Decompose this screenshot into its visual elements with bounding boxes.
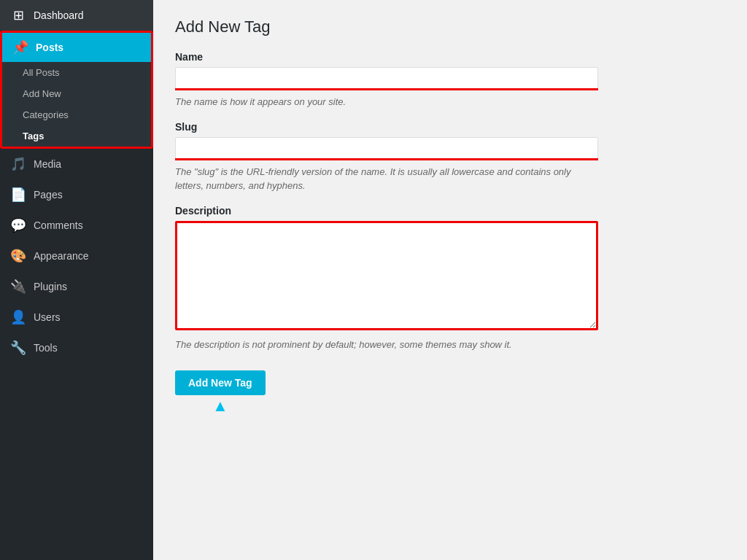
add-tag-form: Name The name is how it appears on your … — [175, 51, 598, 395]
sidebar-item-tags[interactable]: Tags ⬅ — [2, 125, 151, 147]
sidebar-item-plugins[interactable]: 🔌 Plugins — [0, 271, 153, 302]
sidebar-item-all-posts[interactable]: All Posts — [2, 62, 151, 83]
sidebar-posts-label: Posts — [36, 42, 63, 53]
sidebar-item-appearance[interactable]: 🎨 Appearance — [0, 241, 153, 271]
tags-label: Tags — [23, 131, 44, 141]
media-icon: 🎵 — [10, 156, 26, 172]
slug-input[interactable] — [175, 137, 598, 158]
sidebar-item-dashboard[interactable]: ⊞ Dashboard — [0, 0, 153, 31]
name-red-underline — [175, 88, 598, 90]
add-new-label: Add New — [23, 88, 61, 99]
comments-icon: 💬 — [10, 217, 26, 233]
sidebar-appearance-label: Appearance — [34, 250, 89, 262]
description-desc: The description is not prominent by defa… — [175, 338, 598, 352]
slug-input-wrapper — [175, 137, 598, 160]
page-title: Add New Tag — [175, 18, 725, 36]
sidebar-users-label: Users — [34, 311, 61, 323]
slug-red-underline — [175, 158, 598, 160]
sidebar-item-add-new[interactable]: Add New — [2, 83, 151, 104]
sidebar-item-pages[interactable]: 📄 Pages — [0, 179, 153, 210]
description-label: Description — [175, 205, 598, 217]
sidebar-plugins-label: Plugins — [34, 281, 67, 292]
sidebar-dashboard-label: Dashboard — [34, 9, 84, 21]
main-content: Add New Tag Name The name is how it appe… — [153, 0, 747, 560]
sidebar-item-tools[interactable]: 🔧 Tools — [0, 332, 153, 363]
sidebar-item-categories[interactable]: Categories — [2, 104, 151, 125]
slug-field-group: Slug The "slug" is the URL-friendly vers… — [175, 121, 598, 193]
name-label: Name — [175, 51, 598, 63]
sidebar-comments-label: Comments — [34, 219, 83, 231]
sidebar-item-comments[interactable]: 💬 Comments — [0, 210, 153, 241]
sidebar-tools-label: Tools — [34, 342, 58, 354]
posts-icon: 📌 — [12, 39, 28, 55]
name-field-group: Name The name is how it appears on your … — [175, 51, 598, 109]
cursor-annotation: ▲ — [212, 397, 228, 416]
categories-label: Categories — [23, 109, 69, 120]
description-textarea[interactable] — [175, 221, 598, 330]
name-input-wrapper — [175, 67, 598, 90]
sidebar-item-users[interactable]: 👤 Users — [0, 302, 153, 332]
name-description: The name is how it appears on your site. — [175, 95, 598, 109]
plugins-icon: 🔌 — [10, 279, 26, 295]
dashboard-icon: ⊞ — [10, 7, 26, 23]
sidebar-pages-label: Pages — [34, 189, 63, 201]
add-button-wrapper: Add New Tag ▲ — [175, 363, 266, 395]
sidebar-item-posts[interactable]: 📌 Posts — [2, 33, 151, 62]
appearance-icon: 🎨 — [10, 248, 26, 264]
slug-description: The "slug" is the URL-friendly version o… — [175, 165, 598, 193]
sidebar-media-label: Media — [34, 158, 61, 170]
add-new-tag-button[interactable]: Add New Tag — [175, 370, 266, 395]
users-icon: 👤 — [10, 309, 26, 325]
all-posts-label: All Posts — [23, 67, 60, 78]
description-field-group: Description The description is not promi… — [175, 205, 598, 352]
sidebar-item-media[interactable]: 🎵 Media — [0, 149, 153, 179]
pages-icon: 📄 — [10, 187, 26, 203]
sidebar: ⊞ Dashboard 📌 Posts All Posts Add New Ca… — [0, 0, 153, 560]
name-input[interactable] — [175, 67, 598, 88]
posts-section: 📌 Posts All Posts Add New Categories Tag… — [0, 31, 153, 149]
tools-icon: 🔧 — [10, 340, 26, 356]
slug-label: Slug — [175, 121, 598, 133]
